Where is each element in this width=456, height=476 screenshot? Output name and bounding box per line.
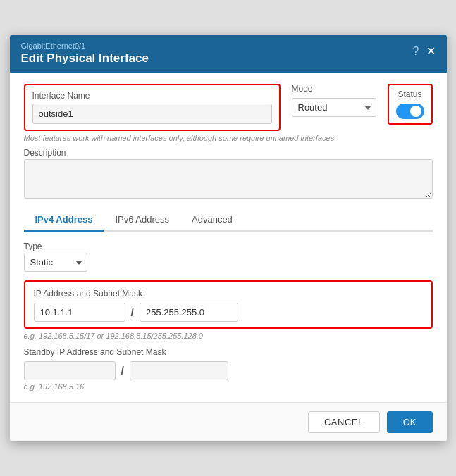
- type-select[interactable]: Static DHCP PPPoE: [24, 253, 87, 272]
- help-icon[interactable]: ?: [413, 45, 419, 58]
- standby-label: Standby IP Address and Subnet Mask: [24, 347, 433, 357]
- cancel-button[interactable]: CANCEL: [308, 411, 380, 433]
- toggle-slider: [396, 104, 424, 119]
- ip-address-section: IP Address and Subnet Mask /: [24, 280, 433, 329]
- standby-ip-input[interactable]: [24, 361, 116, 380]
- mode-group: Mode Routed Inline Passive: [292, 84, 376, 117]
- dialog-subtitle: GigabitEthernet0/1: [21, 42, 149, 50]
- slash-separator: /: [131, 306, 134, 319]
- tab-ipv6-address[interactable]: IPv6 Address: [104, 209, 180, 232]
- edit-physical-interface-dialog: GigabitEthernet0/1 Edit Physical Interfa…: [10, 35, 447, 441]
- description-group: Description: [24, 148, 433, 201]
- tab-ipv4-address[interactable]: IPv4 Address: [24, 209, 104, 232]
- standby-slash-separator: /: [121, 365, 124, 377]
- close-icon[interactable]: ✕: [426, 44, 436, 58]
- ip-section-label: IP Address and Subnet Mask: [34, 289, 423, 299]
- dialog-header: GigabitEthernet0/1 Edit Physical Interfa…: [10, 35, 447, 73]
- ip-address-hint: e.g. 192.168.5.15/17 or 192.168.5.15/255…: [24, 332, 433, 340]
- interface-name-input[interactable]: [32, 104, 272, 124]
- status-toggle[interactable]: [396, 104, 424, 119]
- top-row: Interface Name Mode Routed Inline Passiv…: [24, 84, 433, 131]
- mode-label: Mode: [292, 84, 376, 94]
- description-textarea[interactable]: [24, 159, 433, 199]
- interface-name-label: Interface Name: [32, 91, 272, 101]
- type-label: Type: [24, 242, 433, 251]
- tabs-row: IPv4 Address IPv6 Address Advanced: [24, 209, 433, 232]
- dialog-body: Interface Name Mode Routed Inline Passiv…: [10, 73, 447, 402]
- type-row: Type Static DHCP PPPoE: [24, 242, 433, 272]
- standby-subnet-input[interactable]: [130, 361, 228, 380]
- dialog-header-left: GigabitEthernet0/1 Edit Physical Interfa…: [21, 42, 149, 65]
- dialog-title: Edit Physical Interface: [21, 51, 149, 65]
- dialog-footer: CANCEL OK: [10, 402, 447, 441]
- ok-button[interactable]: OK: [387, 411, 433, 433]
- status-group: Status: [388, 84, 433, 125]
- ip-address-input[interactable]: [34, 303, 125, 322]
- standby-section: Standby IP Address and Subnet Mask / e.g…: [24, 347, 433, 391]
- status-label: Status: [398, 89, 421, 99]
- mode-select[interactable]: Routed Inline Passive: [292, 98, 376, 117]
- interface-name-section: Interface Name: [24, 84, 281, 131]
- description-label: Description: [24, 148, 433, 158]
- standby-hint: e.g. 192.168.5.16: [24, 382, 433, 391]
- subnet-mask-input[interactable]: [140, 303, 238, 322]
- tab-advanced[interactable]: Advanced: [180, 209, 244, 232]
- standby-fields-row: /: [24, 361, 433, 380]
- ip-fields-row: /: [34, 303, 423, 322]
- interface-hint: Most features work with named interfaces…: [24, 134, 433, 142]
- dialog-header-actions: ? ✕: [413, 44, 436, 58]
